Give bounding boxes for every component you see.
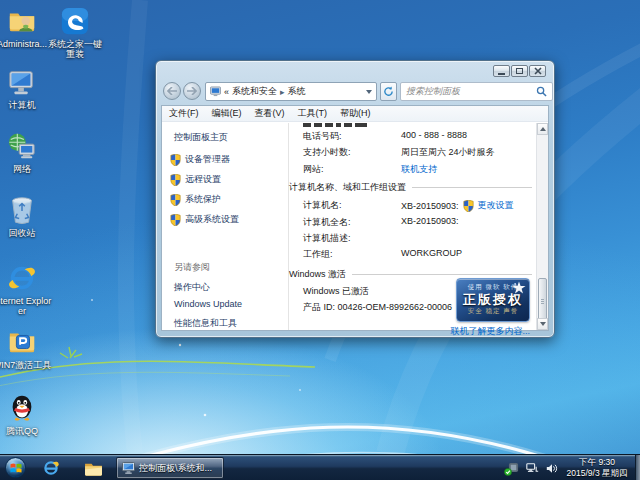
windows-flag-icon [10, 462, 22, 474]
start-button[interactable] [5, 457, 26, 478]
computer-name-section: 计算机名称、域和工作组设置 [289, 181, 532, 194]
menu-bar: 文件(F) 编辑(E) 查看(V) 工具(T) 帮助(H) [162, 106, 548, 122]
uac-shield-icon [170, 174, 181, 186]
learn-more-link[interactable]: 联机了解更多内容... [450, 325, 530, 338]
sidebar-item-label: 设备管理器 [185, 153, 230, 166]
minimize-button[interactable] [493, 65, 510, 77]
online-support-link[interactable]: 联机支持 [401, 163, 437, 176]
back-button[interactable] [163, 82, 181, 100]
product-id-label: 产品 ID: [303, 302, 335, 312]
security-tray-icon[interactable] [506, 462, 519, 474]
desktop-icon-internet-explorer[interactable]: Internet Explorer [0, 262, 54, 316]
volume-tray-icon[interactable] [546, 463, 558, 474]
computer-icon [6, 66, 38, 98]
desktop-icon-system-home-reinstall[interactable]: 系统之家一键重装 [43, 5, 107, 59]
scroll-down-button[interactable] [537, 318, 548, 330]
address-dropdown-icon[interactable] [366, 90, 372, 94]
maximize-button[interactable] [511, 65, 528, 77]
row-label: 工作组: [303, 248, 333, 261]
refresh-button[interactable] [380, 82, 397, 101]
desktop-icon-label: Internet Explorer [0, 296, 54, 316]
activation-status: Windows 已激活 [303, 285, 369, 298]
row-label: 支持小时数: [303, 146, 351, 159]
sidebar-item-action-center[interactable]: 操作中心 [174, 281, 210, 294]
sidebar-item-label: 系统保护 [185, 193, 221, 206]
desktop-icon-recycle-bin[interactable]: 回收站 [0, 194, 54, 238]
row-value: WORKGROUP [401, 248, 462, 258]
genuine-star-icon [512, 281, 526, 295]
desktop-icon-tencent-qq[interactable]: 腾讯QQ [0, 392, 54, 436]
breadcrumb-item-system[interactable]: 系统 [288, 85, 306, 98]
show-desktop-button[interactable] [635, 455, 640, 480]
sidebar-item-device-manager[interactable]: 设备管理器 [170, 153, 230, 166]
desktop: Administra... 系统之家一键重装 计算机 [0, 0, 640, 454]
menu-file[interactable]: 文件(F) [169, 107, 199, 120]
desktop-icon-win7-activation-tool[interactable]: WIN7激活工具 [0, 326, 54, 370]
genuine-windows-badge[interactable]: 使用 微软 软件 正版授权 安全 稳定 声誉 [456, 278, 530, 322]
breadcrumb-separator-icon: ▸ [280, 87, 285, 97]
search-input[interactable]: 搜索控制面板 [400, 82, 553, 101]
sidebar-item-control-panel-home[interactable]: 控制面板主页 [174, 131, 228, 144]
breadcrumb-chevrons[interactable]: « [224, 87, 229, 97]
desktop-icon-label: 系统之家一键重装 [43, 39, 107, 59]
desktop-icon-label: 腾讯QQ [0, 426, 54, 436]
vertical-scrollbar[interactable] [536, 123, 548, 330]
system-home-reinstall-icon [59, 5, 91, 37]
close-button[interactable] [529, 65, 546, 77]
badge-bottom-text: 安全 稳定 声誉 [457, 307, 529, 316]
computer-name-row: 计算机名: XB-20150903: 更改设置 [303, 199, 532, 212]
search-placeholder: 搜索控制面板 [406, 85, 536, 98]
scroll-up-button[interactable] [537, 123, 548, 135]
system-page-icon [210, 86, 221, 97]
task-button-icon [122, 462, 135, 474]
clock-date: 2015/9/3 星期四 [560, 468, 634, 479]
desktop-icon-computer[interactable]: 计算机 [0, 66, 54, 110]
row-value: XB-20150903: [401, 201, 459, 211]
desktop-icon-label: 网络 [0, 164, 54, 174]
desktop-icon-label: 计算机 [0, 100, 54, 110]
uac-shield-icon [170, 214, 181, 226]
taskbar-task-button-control-panel[interactable]: 控制面板\系统和... [116, 457, 224, 479]
taskbar-clock[interactable]: 下午 9:30 2015/9/3 星期四 [560, 457, 634, 479]
search-icon[interactable] [536, 86, 547, 97]
network-tray-icon[interactable] [526, 463, 539, 474]
taskbar-ie-icon[interactable] [40, 458, 62, 478]
desktop-icon-label: WIN7激活工具 [0, 360, 54, 370]
navigation-bar: « 系统和安全 ▸ 系统 搜索控制面板 [161, 80, 549, 103]
sidebar-item-performance-tools[interactable]: 性能信息和工具 [174, 317, 237, 330]
computer-fullname-row: 计算机全名: XB-20150903: [303, 216, 532, 229]
clipped-scrolled-text [303, 123, 367, 127]
see-also-header: 另请参阅 [174, 261, 210, 274]
recycle-bin-icon [6, 194, 38, 226]
task-button-label: 控制面板\系统和... [139, 462, 212, 475]
system-tray [506, 462, 558, 474]
phone-number-row: 电话号码: 400 - 888 - 8888 [303, 130, 532, 143]
desktop-icon-network[interactable]: 网络 [0, 130, 54, 174]
menu-tools[interactable]: 工具(T) [298, 107, 328, 120]
sidebar-item-system-protection[interactable]: 系统保护 [170, 193, 221, 206]
network-icon [6, 130, 38, 162]
sidebar: 控制面板主页 设备管理器 远程设置 系统保护 [162, 123, 288, 330]
forward-button[interactable] [183, 82, 201, 100]
main-content: 电话号码: 400 - 888 - 8888 支持小时数: 周日至周六 24小时… [289, 123, 536, 330]
sidebar-item-remote-settings[interactable]: 远程设置 [170, 173, 221, 186]
window-client-area: 文件(F) 编辑(E) 查看(V) 工具(T) 帮助(H) 控制面板主页 设备管… [161, 105, 549, 331]
row-value: 周日至周六 24小时服务 [401, 146, 495, 159]
breadcrumb-item-security[interactable]: 系统和安全 [232, 85, 277, 98]
internet-explorer-icon [6, 262, 38, 294]
address-bar[interactable]: « 系统和安全 ▸ 系统 [205, 82, 377, 101]
workgroup-row: 工作组: WORKGROUP [303, 248, 532, 261]
change-settings-link[interactable]: 更改设置 [478, 199, 514, 212]
caption-buttons [493, 65, 546, 77]
menu-help[interactable]: 帮助(H) [340, 107, 371, 120]
sidebar-item-advanced-system-settings[interactable]: 高级系统设置 [170, 213, 239, 226]
administrator-folder-icon [6, 5, 38, 37]
menu-view[interactable]: 查看(V) [255, 107, 285, 120]
taskbar-explorer-icon[interactable] [82, 458, 104, 478]
uac-shield-icon [170, 154, 181, 166]
taskbar: 控制面板\系统和... 下午 9:30 2015/9/3 星期四 [0, 454, 640, 480]
sidebar-item-windows-update[interactable]: Windows Update [174, 299, 242, 309]
sidebar-item-label: 远程设置 [185, 173, 221, 186]
row-value: 400 - 888 - 8888 [401, 130, 467, 140]
menu-edit[interactable]: 编辑(E) [212, 107, 242, 120]
